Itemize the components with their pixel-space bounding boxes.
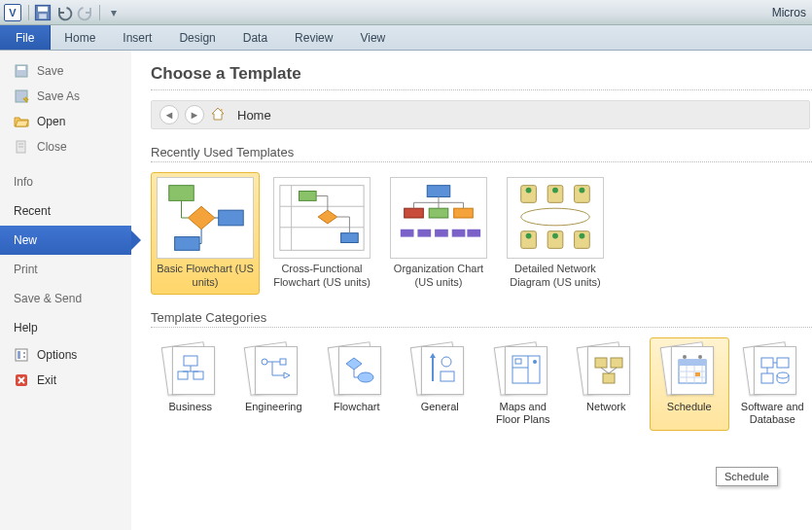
category-general[interactable]: General: [401, 337, 480, 431]
svg-rect-62: [194, 371, 203, 379]
svg-marker-74: [430, 353, 436, 358]
category-software-database[interactable]: Software and Database: [733, 337, 813, 431]
svg-rect-1: [38, 6, 48, 11]
tab-design[interactable]: Design: [165, 25, 229, 50]
sidebar-help[interactable]: Help: [0, 313, 131, 342]
sidebar-item-label: Info: [14, 175, 33, 189]
svg-point-57: [526, 233, 532, 239]
sidebar-options[interactable]: Options: [0, 342, 131, 368]
svg-rect-33: [427, 186, 450, 197]
undo-qat-button[interactable]: [54, 3, 74, 22]
svg-rect-19: [219, 210, 243, 226]
home-icon[interactable]: [210, 106, 226, 124]
svg-rect-34: [405, 208, 424, 218]
template-network-diagram[interactable]: Detailed Network Diagram (US units): [501, 172, 610, 295]
svg-rect-60: [184, 356, 197, 366]
tab-insert[interactable]: Insert: [109, 25, 165, 50]
redo-qat-button[interactable]: [76, 3, 95, 22]
sidebar-recent[interactable]: Recent: [0, 196, 131, 226]
category-flowchart[interactable]: Flowchart: [317, 337, 397, 431]
svg-point-102: [777, 372, 789, 378]
engineering-icon: [259, 352, 294, 387]
svg-rect-84: [603, 373, 615, 383]
qat-customize-button[interactable]: ▾: [104, 3, 124, 22]
database-icon: [758, 352, 793, 387]
backstage-sidebar: Save Save As Open Close Info Recent New …: [0, 51, 131, 530]
sidebar-save[interactable]: Save: [0, 58, 131, 84]
category-label: Maps and Floor Plans: [486, 401, 560, 426]
svg-rect-17: [169, 186, 194, 201]
qat-separator: [99, 5, 100, 20]
svg-point-59: [580, 233, 585, 239]
file-tab[interactable]: File: [0, 25, 51, 50]
tab-view[interactable]: View: [346, 25, 399, 50]
sidebar-exit[interactable]: Exit: [0, 368, 131, 393]
svg-point-12: [23, 356, 25, 358]
svg-rect-97: [761, 358, 773, 368]
sidebar-save-as[interactable]: Save As: [0, 84, 131, 109]
sidebar-close[interactable]: Close: [0, 134, 131, 159]
svg-rect-2: [39, 14, 47, 18]
svg-point-54: [526, 188, 532, 194]
tooltip: Schedule: [716, 467, 778, 486]
svg-rect-10: [18, 351, 20, 359]
sidebar-open[interactable]: Open: [0, 109, 131, 134]
template-basic-flowchart[interactable]: Basic Flowchart (US units): [151, 172, 260, 295]
svg-rect-20: [175, 237, 199, 251]
sidebar-save-send[interactable]: Save & Send: [0, 284, 131, 313]
category-schedule[interactable]: Schedule: [650, 337, 729, 431]
template-nav: ◄ ► Home: [151, 100, 810, 129]
sidebar-print[interactable]: Print: [0, 255, 131, 284]
category-network[interactable]: Network: [567, 337, 647, 431]
sidebar-item-label: Options: [37, 348, 77, 362]
category-business[interactable]: Business: [151, 337, 230, 431]
svg-point-53: [521, 208, 590, 226]
svg-rect-98: [777, 358, 789, 368]
sidebar-new[interactable]: New: [0, 226, 131, 255]
category-label: Software and Database: [736, 401, 810, 426]
tab-review[interactable]: Review: [281, 25, 346, 50]
svg-rect-9: [16, 349, 27, 361]
svg-rect-76: [441, 371, 454, 381]
svg-rect-36: [454, 208, 474, 218]
save-qat-button[interactable]: [33, 3, 53, 22]
divider: [151, 89, 812, 90]
app-icon: V: [4, 4, 21, 21]
svg-point-58: [552, 233, 558, 239]
close-file-icon: [14, 139, 29, 155]
breadcrumb-home[interactable]: Home: [237, 108, 271, 123]
nav-back-button[interactable]: ◄: [159, 105, 179, 124]
qat-separator: [28, 5, 29, 20]
tab-home[interactable]: Home: [51, 25, 109, 50]
divider: [151, 161, 812, 162]
svg-point-11: [23, 352, 25, 354]
divider: [151, 327, 812, 328]
template-thumbnail: [390, 177, 487, 259]
svg-rect-61: [178, 371, 188, 379]
category-label: General: [421, 401, 459, 426]
network-icon: [591, 352, 626, 387]
template-cross-functional[interactable]: Cross-Functional Flowchart (US units): [267, 172, 376, 295]
svg-marker-31: [318, 210, 337, 224]
app-title: Micros: [772, 6, 808, 19]
svg-point-94: [683, 355, 687, 359]
template-org-chart[interactable]: Organization Chart (US units): [384, 172, 493, 295]
category-label: Schedule: [667, 401, 712, 426]
svg-point-81: [533, 360, 537, 364]
svg-rect-41: [467, 230, 480, 237]
tab-data[interactable]: Data: [229, 25, 281, 50]
svg-point-75: [441, 357, 451, 367]
template-label: Detailed Network Diagram (US units): [506, 263, 605, 290]
category-maps-floorplans[interactable]: Maps and Floor Plans: [483, 337, 563, 431]
svg-marker-18: [188, 206, 214, 230]
svg-rect-83: [611, 358, 622, 368]
sidebar-info[interactable]: Info: [0, 167, 131, 196]
flowchart-icon: [342, 352, 377, 387]
maps-icon: [509, 352, 544, 387]
nav-forward-button[interactable]: ►: [185, 105, 204, 124]
categories-title: Template Categories: [151, 310, 812, 325]
category-engineering[interactable]: Engineering: [234, 337, 314, 431]
svg-line-86: [609, 368, 617, 373]
svg-rect-80: [515, 359, 521, 364]
category-label: Business: [168, 401, 212, 426]
